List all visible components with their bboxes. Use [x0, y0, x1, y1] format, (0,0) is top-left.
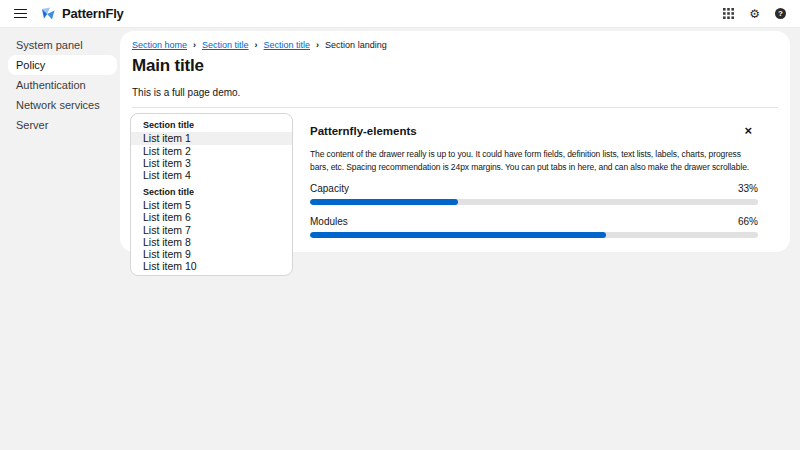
apps-grid-icon[interactable]	[723, 8, 734, 19]
breadcrumb-current: Section landing	[325, 40, 387, 50]
sidebar-nav: System panelPolicyAuthenticationNetwork …	[0, 28, 120, 450]
close-icon[interactable]: ×	[744, 125, 752, 136]
progress-capacity: Capacity33%	[310, 183, 758, 205]
page-title: Main title	[132, 56, 778, 76]
sidebar-item-system-panel[interactable]: System panel	[0, 35, 120, 55]
brand-title: PatternFly	[62, 6, 124, 21]
masthead-actions: ⚙ ?	[723, 8, 786, 20]
page-body: Section titleList item 1List item 2List …	[120, 108, 790, 276]
list-item[interactable]: List item 7	[131, 224, 292, 236]
list-item[interactable]: List item 6	[131, 211, 292, 223]
progress-value: 66%	[738, 216, 758, 227]
drawer-panel: Patternfly-elements × The content of the…	[293, 113, 774, 238]
progress-list: Capacity33%Modules66%	[310, 183, 758, 238]
progress-header: Modules66%	[310, 216, 758, 227]
breadcrumb-link[interactable]: Section title	[264, 40, 311, 50]
progress-fill	[310, 232, 606, 238]
progress-label: Capacity	[310, 183, 349, 194]
page-subtitle: This is a full page demo.	[132, 87, 778, 98]
help-icon[interactable]: ?	[775, 8, 786, 19]
progress-fill	[310, 199, 458, 205]
drawer-description: The content of the drawer really is up t…	[310, 148, 758, 173]
breadcrumb-separator-icon: ›	[193, 41, 196, 50]
breadcrumb-link[interactable]: Section home	[132, 40, 187, 50]
list-item[interactable]: List item 3	[131, 157, 292, 169]
gear-icon[interactable]: ⚙	[749, 8, 760, 20]
drawer-header: Patternfly-elements ×	[310, 125, 758, 137]
list-item[interactable]: List item 8	[131, 236, 292, 248]
sidebar-item-server[interactable]: Server	[0, 115, 120, 135]
progress-track	[310, 199, 758, 205]
breadcrumb: Section home›Section title›Section title…	[132, 40, 778, 50]
breadcrumb-link[interactable]: Section title	[202, 40, 249, 50]
breadcrumb-separator-icon: ›	[316, 41, 319, 50]
list-panel: Section titleList item 1List item 2List …	[130, 113, 293, 276]
sidebar-item-network-services[interactable]: Network services	[0, 95, 120, 115]
hamburger-icon[interactable]	[14, 9, 27, 19]
progress-modules: Modules66%	[310, 216, 758, 238]
sidebar-item-authentication[interactable]: Authentication	[0, 75, 120, 95]
list-item[interactable]: List item 2	[131, 145, 292, 157]
progress-value: 33%	[738, 183, 758, 194]
list-item[interactable]: List item 1	[131, 132, 292, 144]
drawer-title: Patternfly-elements	[310, 125, 417, 137]
progress-label: Modules	[310, 216, 348, 227]
brand[interactable]: PatternFly	[40, 6, 124, 22]
page-header-section: Section home›Section title›Section title…	[120, 31, 790, 108]
list-item[interactable]: List item 10	[131, 260, 292, 272]
list-item[interactable]: List item 5	[131, 199, 292, 211]
page-content-card: Section home›Section title›Section title…	[120, 31, 790, 252]
progress-header: Capacity33%	[310, 183, 758, 194]
masthead: PatternFly ⚙ ?	[0, 0, 800, 28]
sidebar-item-policy[interactable]: Policy	[8, 55, 117, 75]
progress-track	[310, 232, 758, 238]
list-group-title: Section title	[131, 181, 292, 199]
list-item[interactable]: List item 9	[131, 248, 292, 260]
breadcrumb-separator-icon: ›	[255, 41, 258, 50]
patternfly-logo-icon	[40, 6, 56, 22]
list-item[interactable]: List item 4	[131, 169, 292, 181]
list-group-title: Section title	[131, 114, 292, 132]
